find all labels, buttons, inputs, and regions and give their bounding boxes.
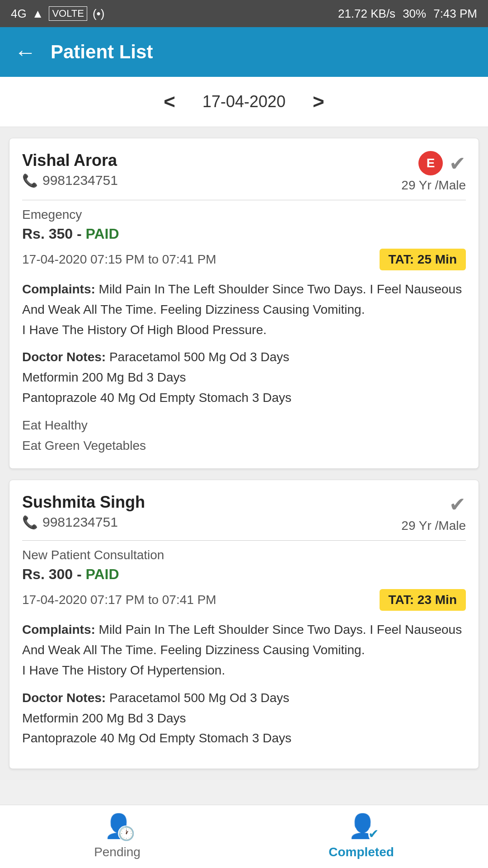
clock-icon: 🕐	[118, 826, 135, 841]
tat-badge: TAT: 25 Min	[380, 249, 466, 270]
complaints-section: Complaints: Mild Pain In The Left Should…	[22, 279, 466, 340]
status-bar-right: 21.72 KB/s 30% 7:43 PM	[338, 7, 477, 21]
completed-tab-label: Completed	[328, 845, 394, 859]
emergency-badge: E	[418, 151, 443, 175]
card-divider	[22, 540, 466, 541]
wifi-icon: (•)	[93, 7, 104, 21]
patient-info: Vishal Arora 📞 9981234751	[22, 151, 118, 188]
completed-tab-icon: 👤 ✔	[348, 814, 375, 841]
consultation-type: Emegency	[22, 208, 466, 222]
doctor-notes-label: Doctor Notes:	[22, 691, 106, 705]
network-speed: 21.72 KB/s	[338, 7, 395, 21]
battery-indicator: 30%	[403, 7, 426, 21]
time-row: 17-04-2020 07:15 PM to 07:41 PM TAT: 25 …	[22, 249, 466, 270]
page-title: Patient List	[51, 41, 153, 63]
card-divider	[22, 200, 466, 200]
card-header: Sushmita Singh 📞 9981234751 ✔ 29 Yr /Mal…	[22, 493, 466, 533]
advice-section: Eat HealthyEat Green Vegetables	[22, 415, 466, 456]
patient-cards-container: Vishal Arora 📞 9981234751 E ✔ 29 Yr /Mal…	[0, 127, 488, 780]
tab-pending[interactable]: 👤 🕐 Pending	[94, 814, 141, 859]
payment-separator: -	[77, 226, 86, 242]
patient-name: Sushmita Singh	[22, 493, 145, 512]
patient-age-gender: 29 Yr /Male	[401, 178, 466, 193]
prev-date-button[interactable]: <	[164, 90, 175, 113]
patient-card[interactable]: Sushmita Singh 📞 9981234751 ✔ 29 Yr /Mal…	[9, 480, 479, 769]
next-date-button[interactable]: >	[313, 90, 324, 113]
appointment-time: 17-04-2020 07:17 PM to 07:41 PM	[22, 593, 216, 607]
payment-amount: Rs. 350	[22, 226, 73, 242]
complaints-section: Complaints: Mild Pain In The Left Should…	[22, 620, 466, 680]
current-date: 17-04-2020	[202, 92, 286, 111]
phone-icon: 📞	[22, 515, 38, 530]
volte-label: VOLTE	[49, 6, 87, 21]
pending-tab-label: Pending	[94, 845, 141, 859]
card-header: Vishal Arora 📞 9981234751 E ✔ 29 Yr /Mal…	[22, 151, 466, 193]
bottom-tab-bar: 👤 🕐 Pending 👤 ✔ Completed	[0, 805, 488, 868]
card-header-right: ✔ 29 Yr /Male	[401, 493, 466, 533]
status-bar-left: 4G ▲ VOLTE (•)	[11, 6, 104, 21]
badge-row: E ✔	[418, 151, 466, 175]
card-header-right: E ✔ 29 Yr /Male	[401, 151, 466, 193]
payment-row: Rs. 300 - PAID	[22, 566, 466, 583]
payment-row: Rs. 350 - PAID	[22, 226, 466, 242]
phone-number: 9981234751	[42, 514, 118, 530]
doctor-notes-label: Doctor Notes:	[22, 350, 106, 364]
tat-badge: TAT: 23 Min	[380, 589, 466, 611]
signal-icon: ▲	[32, 7, 44, 21]
time-row: 17-04-2020 07:17 PM to 07:41 PM TAT: 23 …	[22, 589, 466, 611]
patient-phone-row: 📞 9981234751	[22, 173, 118, 188]
check-mark-icon: ✔	[368, 826, 379, 841]
patient-card[interactable]: Vishal Arora 📞 9981234751 E ✔ 29 Yr /Mal…	[9, 138, 479, 469]
complaints-label: Complaints:	[22, 623, 95, 637]
tab-completed[interactable]: 👤 ✔ Completed	[328, 814, 394, 859]
doctor-notes-section: Doctor Notes: Paracetamol 500 Mg Od 3 Da…	[22, 347, 466, 408]
complaints-label: Complaints:	[22, 282, 95, 296]
status-bar: 4G ▲ VOLTE (•) 21.72 KB/s 30% 7:43 PM	[0, 0, 488, 27]
completed-check-icon: ✔	[449, 493, 466, 516]
phone-icon: 📞	[22, 173, 38, 188]
phone-number: 9981234751	[42, 173, 118, 188]
payment-status: PAID	[86, 226, 119, 242]
app-header: ← Patient List	[0, 27, 488, 77]
time-display: 7:43 PM	[433, 7, 477, 21]
patient-name: Vishal Arora	[22, 151, 118, 170]
patient-info: Sushmita Singh 📞 9981234751	[22, 493, 145, 530]
appointment-time: 17-04-2020 07:15 PM to 07:41 PM	[22, 252, 216, 267]
payment-separator: -	[77, 566, 86, 582]
pending-tab-icon: 👤 🕐	[104, 814, 131, 841]
badge-row: ✔	[449, 493, 466, 516]
patient-age-gender: 29 Yr /Male	[401, 519, 466, 533]
doctor-notes-section: Doctor Notes: Paracetamol 500 Mg Od 3 Da…	[22, 688, 466, 749]
back-button[interactable]: ←	[14, 40, 36, 65]
completed-check-icon: ✔	[449, 152, 466, 175]
patient-phone-row: 📞 9981234751	[22, 514, 145, 530]
date-navigation: < 17-04-2020 >	[0, 77, 488, 127]
payment-amount: Rs. 300	[22, 566, 73, 582]
payment-status: PAID	[86, 566, 119, 582]
network-indicator: 4G	[11, 7, 27, 21]
consultation-type: New Patient Consultation	[22, 548, 466, 562]
